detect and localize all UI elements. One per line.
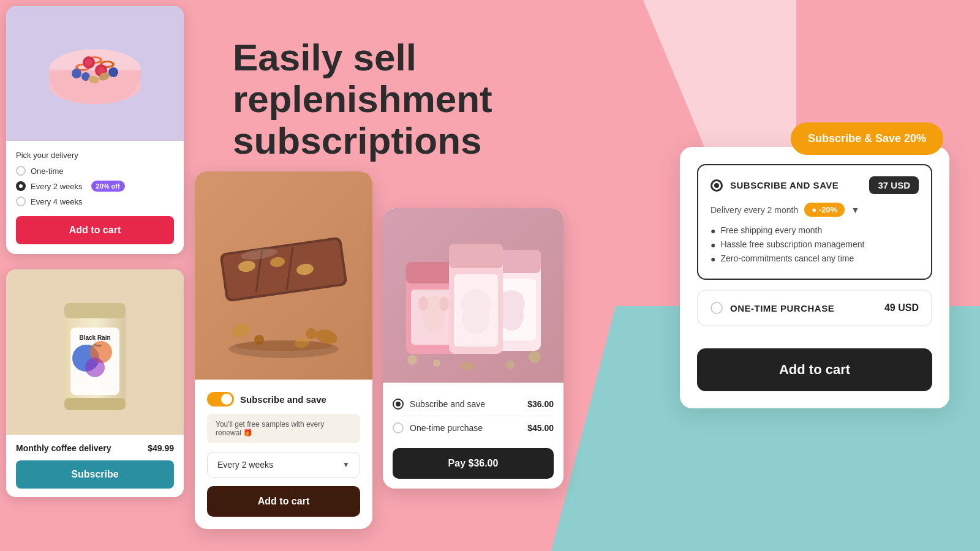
svg-point-9	[85, 59, 92, 66]
toggle-knob	[221, 394, 232, 405]
add-to-cart-button-cereal[interactable]: Add to cart	[16, 216, 174, 244]
widget-delivery-label: Delivery every 2 month	[710, 205, 798, 215]
widget-onetime-radio	[710, 302, 723, 314]
option-every-2-weeks[interactable]: Every 2 weeks 20% off	[16, 181, 174, 192]
frequency-dropdown[interactable]: Every 2 weeks ▼	[207, 452, 360, 478]
subscribe-button-coffee[interactable]: Subscribe	[16, 460, 174, 489]
widget-subscribe-price: 37 USD	[869, 176, 919, 194]
widget-discount-badge: ● -20%	[804, 203, 845, 217]
svg-point-63	[462, 302, 489, 334]
svg-rect-19	[64, 303, 126, 318]
chocolate-image	[195, 171, 372, 380]
svg-point-43	[529, 351, 541, 363]
widget-onetime-option[interactable]: ONE-TIME PURCHASE 49 USD	[697, 290, 932, 326]
subscribe-save-label: Subscribe and save	[240, 394, 326, 405]
cereal-card: Pick your delivery One-time Every 2 week…	[6, 6, 184, 254]
coffee-bag-icon: Black Rain coffee	[52, 285, 138, 419]
onetime-option-price: $45.00	[527, 423, 554, 433]
widget-discount-text: -20%	[819, 205, 837, 214]
widget-subscribe-option[interactable]: SUBSCRIBE AND SAVE 37 USD Delivery every…	[697, 164, 932, 280]
onetime-radio	[393, 422, 404, 433]
subscribe-option-price: $36.00	[527, 399, 554, 409]
subscribe-toggle[interactable]	[207, 392, 234, 407]
hero-title: Easily sell replenishment subscriptions	[233, 37, 662, 162]
widget-onetime-title: ONE-TIME PURCHASE	[730, 303, 834, 313]
svg-text:coffee: coffee	[88, 343, 102, 348]
benefit-text-3: Zero-commitments cancel any time	[720, 253, 854, 263]
benefit-item-2: ● Hassle free subscription management	[710, 239, 919, 250]
subscribe-radio	[393, 399, 404, 410]
hero-section: Easily sell replenishment subscriptions	[233, 37, 662, 162]
svg-point-12	[72, 69, 81, 78]
widget-onetime-header: ONE-TIME PURCHASE 49 USD	[710, 302, 919, 314]
radio-one-time	[16, 166, 26, 176]
discount-dot-icon: ●	[812, 205, 816, 214]
delivery-label: Pick your delivery	[16, 151, 174, 160]
benefit-dot-1: ●	[710, 226, 715, 236]
discount-badge: 20% off	[91, 181, 125, 192]
widget-benefits-list: ● Free shipping every month ● Hassle fre…	[710, 225, 919, 264]
subscribe-save-float-button[interactable]: Subscribe & Save 20%	[791, 122, 943, 155]
free-samples-banner: You'll get free samples with every renew…	[207, 414, 360, 443]
svg-point-42	[407, 355, 417, 365]
svg-point-33	[235, 341, 333, 351]
pet-food-card: Subscribe and save $36.00 One-time purch…	[383, 208, 564, 489]
subscription-widget: SUBSCRIBE AND SAVE 37 USD Delivery every…	[680, 147, 949, 408]
benefit-text-1: Free shipping every month	[720, 225, 822, 235]
chocolate-card: Subscribe and save You'll get free sampl…	[195, 171, 372, 529]
option-every-4-weeks[interactable]: Every 4 weeks	[16, 197, 174, 206]
option-every-4-weeks-label: Every 4 weeks	[31, 197, 83, 206]
widget-subscribe-label-group: SUBSCRIBE AND SAVE	[710, 179, 839, 192]
svg-rect-26	[64, 398, 126, 410]
pay-button-pet[interactable]: Pay $36.00	[393, 448, 554, 479]
radio-every-2-weeks	[16, 181, 26, 191]
widget-subscribe-header: SUBSCRIBE AND SAVE 37 USD	[710, 176, 919, 194]
widget-subscribe-title: SUBSCRIBE AND SAVE	[730, 180, 839, 190]
widget-subscribe-radio	[710, 179, 723, 192]
benefit-item-3: ● Zero-commitments cancel any time	[710, 253, 919, 264]
option-every-2-weeks-label: Every 2 weeks	[31, 182, 83, 191]
subscribe-option-row[interactable]: Subscribe and save $36.00	[393, 392, 554, 416]
pet-food-image	[383, 208, 564, 383]
pet-card-body: Subscribe and save $36.00 One-time purch…	[383, 383, 564, 489]
widget-onetime-price: 49 USD	[884, 302, 919, 313]
cereal-image	[6, 6, 184, 141]
coffee-card: Black Rain coffee Monthly coffee deliver…	[6, 269, 184, 497]
svg-rect-60	[449, 244, 503, 268]
svg-point-23	[85, 358, 105, 377]
benefit-dot-2: ●	[710, 240, 715, 250]
svg-point-53	[439, 296, 449, 311]
coffee-product-name: Monthly coffee delivery	[16, 443, 111, 453]
option-one-time[interactable]: One-time	[16, 166, 174, 176]
delivery-options: One-time Every 2 weeks 20% off Every 4 w…	[16, 166, 174, 206]
dropdown-chevron-icon: ▼	[342, 460, 350, 469]
coffee-product-row: Monthly coffee delivery $49.99	[16, 443, 174, 453]
svg-point-13	[108, 67, 118, 77]
delivery-dropdown-arrow-icon[interactable]: ▼	[851, 205, 859, 215]
widget-onetime-label-group: ONE-TIME PURCHASE	[710, 302, 834, 314]
add-to-cart-button-widget[interactable]: Add to cart	[697, 348, 932, 391]
onetime-option-row[interactable]: One-time purchase $45.00	[393, 416, 554, 440]
cereal-card-body: Pick your delivery One-time Every 2 week…	[6, 141, 184, 254]
frequency-label: Every 2 weeks	[217, 460, 273, 470]
radio-every-4-weeks	[16, 197, 26, 206]
svg-point-46	[506, 361, 514, 369]
widget-delivery-row: Delivery every 2 month ● -20% ▼	[710, 203, 919, 217]
svg-point-45	[433, 359, 440, 367]
svg-point-44	[460, 362, 475, 370]
svg-text:Black Rain: Black Rain	[79, 334, 110, 341]
cereal-bowl-icon	[40, 18, 150, 129]
benefit-dot-3: ●	[710, 254, 715, 264]
svg-point-52	[418, 296, 428, 311]
add-to-cart-button-chocolate[interactable]: Add to cart	[207, 486, 360, 517]
pet-food-bags-icon	[388, 213, 559, 378]
option-one-time-label: One-time	[31, 167, 63, 176]
onetime-option-label: One-time purchase	[410, 423, 483, 433]
svg-point-28	[230, 321, 251, 339]
coffee-product-price: $49.99	[148, 443, 174, 453]
coffee-card-footer: Monthly coffee delivery $49.99 Subscribe	[6, 435, 184, 497]
svg-point-32	[306, 328, 317, 339]
benefit-text-2: Hassle free subscription management	[720, 239, 864, 249]
benefit-item-1: ● Free shipping every month	[710, 225, 919, 236]
subscribe-option-label: Subscribe and save	[410, 399, 485, 409]
